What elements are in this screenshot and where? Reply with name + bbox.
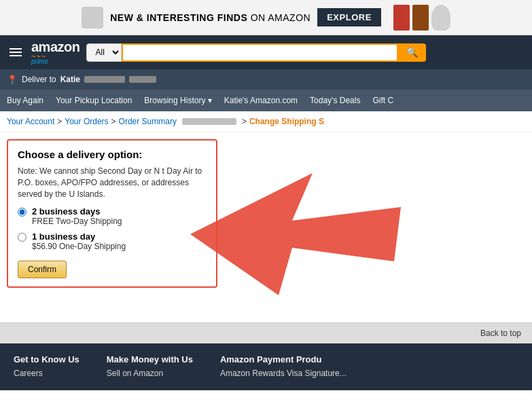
nav-item-gift[interactable]: Gift C — [372, 96, 393, 105]
search-input[interactable] — [122, 43, 398, 62]
delivery-option-1-text: 2 business days FREE Two-Day Shipping — [32, 206, 122, 226]
footer-col-1: Get to Know Us Careers — [14, 354, 79, 379]
banner-text: NEW & INTERESTING FINDS ON AMAZON — [110, 12, 311, 23]
deliver-bar: 📍 Deliver to Katie — [0, 69, 532, 90]
nav-bar: Buy Again Your Pickup Location Browsing … — [0, 90, 532, 111]
deliver-address-blurred — [84, 76, 125, 83]
nav-item-browsing[interactable]: Browsing History ▾ — [144, 96, 211, 105]
footer-col-2-title: Make Money with Us — [107, 354, 193, 364]
main-header: amazon ~~~ prime All 🔍 — [0, 35, 532, 69]
breadcrumb-order-id-blurred — [182, 118, 236, 125]
nav-item-buy-again[interactable]: Buy Again — [7, 96, 43, 105]
logo-text: amazon — [31, 40, 79, 54]
deliver-prefix: Deliver to — [22, 75, 56, 84]
confirm-button[interactable]: Confirm — [18, 261, 67, 278]
svg-marker-0 — [190, 173, 401, 295]
nav-item-deals[interactable]: Today's Deals — [310, 96, 360, 105]
delivery-option-2-days: 1 business day — [32, 231, 126, 242]
amazon-logo[interactable]: amazon ~~~ prime — [31, 40, 79, 65]
delivery-title: Choose a delivery option: — [18, 149, 207, 160]
product-img-2 — [412, 5, 429, 31]
main-content: Choose a delivery option: Note: We canno… — [0, 132, 532, 322]
search-category-select[interactable]: All — [86, 43, 122, 62]
delivery-option-2-text: 1 business day $56.90 One-Day Shipping — [32, 231, 126, 251]
product-img-1 — [393, 5, 410, 31]
promo-banner: NEW & INTERESTING FINDS ON AMAZON EXPLOR… — [0, 0, 532, 35]
breadcrumb-orders[interactable]: Your Orders — [65, 117, 108, 126]
hamburger-menu[interactable] — [7, 45, 24, 59]
delivery-note: Note: We cannot ship Second Day or N t D… — [18, 166, 207, 200]
footer-col-2-link-1[interactable]: Sell on Amazon — [107, 369, 193, 378]
deliver-address-blurred2 — [129, 76, 156, 83]
delivery-radio-2[interactable] — [18, 233, 26, 242]
back-to-top[interactable]: Back to top — [0, 322, 532, 343]
explore-button[interactable]: EXPLORE — [317, 8, 381, 26]
footer-col-3-link-1[interactable]: Amazon Rewards Visa Signature... — [220, 369, 347, 378]
prime-badge: prime — [31, 58, 48, 65]
banner-products — [393, 5, 450, 31]
delivery-option-1-days: 2 business days — [32, 206, 122, 217]
breadcrumb: Your Account > Your Orders > Order Summa… — [0, 111, 532, 132]
breadcrumb-summary[interactable]: Order Summary — [119, 117, 177, 126]
nav-item-pickup[interactable]: Your Pickup Location — [56, 96, 132, 105]
delivery-options-box: Choose a delivery option: Note: We canno… — [7, 139, 217, 288]
location-icon: 📍 — [7, 75, 18, 85]
delivery-option-2-price: $56.90 One-Day Shipping — [32, 242, 126, 251]
footer-col-2: Make Money with Us Sell on Amazon — [107, 354, 193, 379]
footer-col-1-link-1[interactable]: Careers — [14, 369, 79, 378]
delivery-option-2: 1 business day $56.90 One-Day Shipping — [18, 231, 207, 251]
delivery-option-1-price: FREE Two-Day Shipping — [32, 217, 122, 226]
product-img-3 — [431, 5, 450, 31]
footer: Get to Know Us Careers Make Money with U… — [0, 343, 532, 390]
footer-col-3: Amazon Payment Produ Amazon Rewards Visa… — [220, 354, 347, 379]
footer-col-1-title: Get to Know Us — [14, 354, 79, 364]
red-arrow-annotation — [190, 166, 408, 304]
breadcrumb-current: Change Shipping S — [249, 117, 324, 126]
nav-item-katie[interactable]: Katie's Amazon.com — [224, 96, 298, 105]
banner-logo — [82, 7, 103, 29]
delivery-option-1: 2 business days FREE Two-Day Shipping — [18, 206, 207, 226]
breadcrumb-account[interactable]: Your Account — [7, 117, 54, 126]
footer-col-3-title: Amazon Payment Produ — [220, 354, 347, 364]
delivery-radio-1[interactable] — [18, 208, 26, 217]
deliver-name[interactable]: Katie — [60, 75, 80, 84]
search-button[interactable]: 🔍 — [398, 43, 426, 62]
search-bar: All 🔍 — [86, 43, 426, 62]
